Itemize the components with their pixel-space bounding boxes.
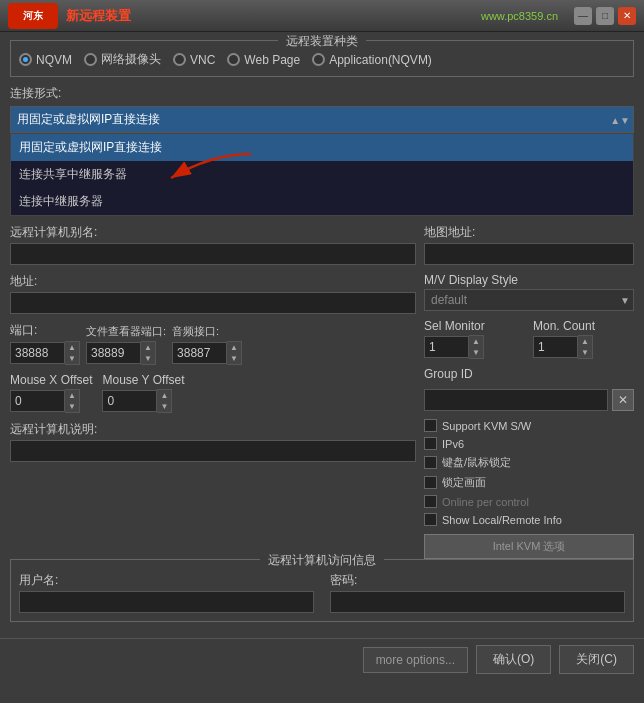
audio-port-up-btn[interactable]: ▲: [227, 342, 241, 353]
radio-app-input[interactable]: [312, 53, 325, 66]
show-local-remote-checkbox[interactable]: Show Local/Remote Info: [424, 513, 634, 526]
file-browser-port-down-btn[interactable]: ▼: [141, 353, 155, 364]
minimize-button[interactable]: —: [574, 7, 592, 25]
mouse-x-spinner-btns: ▲ ▼: [65, 389, 80, 413]
mouse-x-offset-input[interactable]: [10, 390, 65, 412]
remote-desc-input[interactable]: [10, 440, 416, 462]
port-row: 端口: ▲ ▼ 文件查看器端口: ▲: [10, 322, 416, 365]
form-right: 地图地址: M/V Display Style default ▼ Sel Mo…: [424, 224, 634, 559]
group-id-clear-button[interactable]: ✕: [612, 389, 634, 411]
file-browser-port-spinner: ▲ ▼: [86, 341, 166, 365]
mon-count-up-btn[interactable]: ▲: [578, 336, 592, 347]
sel-monitor-input[interactable]: [424, 336, 469, 358]
logo: 河东: [8, 3, 58, 29]
lock-screen-box[interactable]: [424, 476, 437, 489]
access-info-section: 远程计算机访问信息 用户名: 密码:: [10, 559, 634, 622]
mouse-x-up-btn[interactable]: ▲: [65, 390, 79, 401]
keyboard-mouse-lock-box[interactable]: [424, 456, 437, 469]
mouse-y-offset-label: Mouse Y Offset: [102, 373, 184, 387]
audio-port-down-btn[interactable]: ▼: [227, 353, 241, 364]
radio-webcam-input[interactable]: [84, 53, 97, 66]
checkbox-group: Support KVM S/W IPv6 键盘/鼠标锁定 锁定画面 Online…: [424, 419, 634, 526]
device-type-title: 远程装置种类: [278, 33, 366, 50]
radio-webcam[interactable]: 网络摄像头: [84, 51, 161, 68]
port-input[interactable]: [10, 342, 65, 364]
mon-count-input[interactable]: [533, 336, 578, 358]
sel-monitor-down-btn[interactable]: ▼: [469, 347, 483, 358]
keyboard-mouse-lock-checkbox[interactable]: 键盘/鼠标锁定: [424, 455, 634, 470]
more-options-button[interactable]: more options...: [363, 647, 468, 673]
dropdown-item-direct[interactable]: 用固定或虚拟网IP直接连接: [11, 134, 633, 161]
maximize-button[interactable]: □: [596, 7, 614, 25]
address-label: 地址:: [10, 273, 416, 290]
address-input[interactable]: [10, 292, 416, 314]
ipv6-box[interactable]: [424, 437, 437, 450]
audio-port-field: 音频接口: ▲ ▼: [172, 324, 242, 365]
mouse-y-offset-input[interactable]: [102, 390, 157, 412]
offset-row: Mouse X Offset ▲ ▼ Mouse Y Offset: [10, 373, 416, 413]
access-fields: 用户名: 密码:: [19, 566, 625, 613]
online-per-control-box[interactable]: [424, 495, 437, 508]
radio-vnc[interactable]: VNC: [173, 53, 215, 67]
title-bar: 河东 新远程装置 www.pc8359.cn — □ ✕: [0, 0, 644, 32]
mv-display-style-label: M/V Display Style: [424, 273, 634, 287]
audio-port-label: 音频接口:: [172, 324, 242, 339]
radio-nqvm[interactable]: NQVM: [19, 53, 72, 67]
file-browser-port-input[interactable]: [86, 342, 141, 364]
remote-alias-input[interactable]: [10, 243, 416, 265]
file-browser-port-up-btn[interactable]: ▲: [141, 342, 155, 353]
mouse-x-down-btn[interactable]: ▼: [65, 401, 79, 412]
support-kvm-checkbox[interactable]: Support KVM S/W: [424, 419, 634, 432]
username-input[interactable]: [19, 591, 314, 613]
mouse-y-offset-field: Mouse Y Offset ▲ ▼: [102, 373, 184, 413]
port-spinner-btns: ▲ ▼: [65, 341, 80, 365]
mv-display-style-select[interactable]: default: [424, 289, 634, 311]
radio-nqvm-input[interactable]: [19, 53, 32, 66]
mouse-x-offset-field: Mouse X Offset ▲ ▼: [10, 373, 92, 413]
ipv6-label: IPv6: [442, 438, 464, 450]
confirm-button[interactable]: 确认(O): [476, 645, 551, 674]
bottom-bar: more options... 确认(O) 关闭(C): [0, 638, 644, 680]
mon-count-down-btn[interactable]: ▼: [578, 347, 592, 358]
sel-monitor-label: Sel Monitor: [424, 319, 525, 333]
radio-vnc-input[interactable]: [173, 53, 186, 66]
show-local-remote-box[interactable]: [424, 513, 437, 526]
sel-monitor-spinner-btns: ▲ ▼: [469, 335, 484, 359]
audio-port-spinner-btns: ▲ ▼: [227, 341, 242, 365]
mv-display-style-row: M/V Display Style default ▼: [424, 273, 634, 311]
password-input[interactable]: [330, 591, 625, 613]
mouse-y-down-btn[interactable]: ▼: [157, 401, 171, 412]
sel-monitor-up-btn[interactable]: ▲: [469, 336, 483, 347]
audio-port-spinner: ▲ ▼: [172, 341, 242, 365]
radio-webpage-input[interactable]: [227, 53, 240, 66]
radio-app[interactable]: Application(NQVM): [312, 53, 432, 67]
sel-monitor-spinner: ▲ ▼: [424, 335, 525, 359]
radio-webcam-label: 网络摄像头: [101, 51, 161, 68]
dropdown-item-relay[interactable]: 连接中继服务器: [11, 188, 633, 215]
intel-kvm-button[interactable]: Intel KVM 选项: [424, 534, 634, 559]
radio-webpage[interactable]: Web Page: [227, 53, 300, 67]
ipv6-checkbox[interactable]: IPv6: [424, 437, 634, 450]
support-kvm-box[interactable]: [424, 419, 437, 432]
online-per-control-checkbox[interactable]: Online per control: [424, 495, 634, 508]
sel-monitor-field: Sel Monitor ▲ ▼: [424, 319, 525, 359]
sel-monitor-row: Sel Monitor ▲ ▼ Mon. Count ▲: [424, 319, 634, 359]
radio-nqvm-label: NQVM: [36, 53, 72, 67]
device-type-section: 远程装置种类 NQVM 网络摄像头 VNC Web Page Applicati…: [10, 40, 634, 77]
map-address-input[interactable]: [424, 243, 634, 265]
audio-port-input[interactable]: [172, 342, 227, 364]
mouse-y-up-btn[interactable]: ▲: [157, 390, 171, 401]
connection-type-selected[interactable]: 用固定或虚拟网IP直接连接: [10, 106, 634, 133]
online-per-control-label: Online per control: [442, 496, 529, 508]
dropdown-item-shared[interactable]: 连接共享中继服务器: [11, 161, 633, 188]
mouse-y-offset-spinner: ▲ ▼: [102, 389, 184, 413]
app-title: 新远程装置: [66, 7, 481, 25]
mv-display-style-select-wrap: default ▼: [424, 289, 634, 311]
close-window-button[interactable]: ✕: [618, 7, 636, 25]
port-down-btn[interactable]: ▼: [65, 353, 79, 364]
group-id-input[interactable]: [424, 389, 608, 411]
mouse-x-offset-label: Mouse X Offset: [10, 373, 92, 387]
close-dialog-button[interactable]: 关闭(C): [559, 645, 634, 674]
port-up-btn[interactable]: ▲: [65, 342, 79, 353]
lock-screen-checkbox[interactable]: 锁定画面: [424, 475, 634, 490]
